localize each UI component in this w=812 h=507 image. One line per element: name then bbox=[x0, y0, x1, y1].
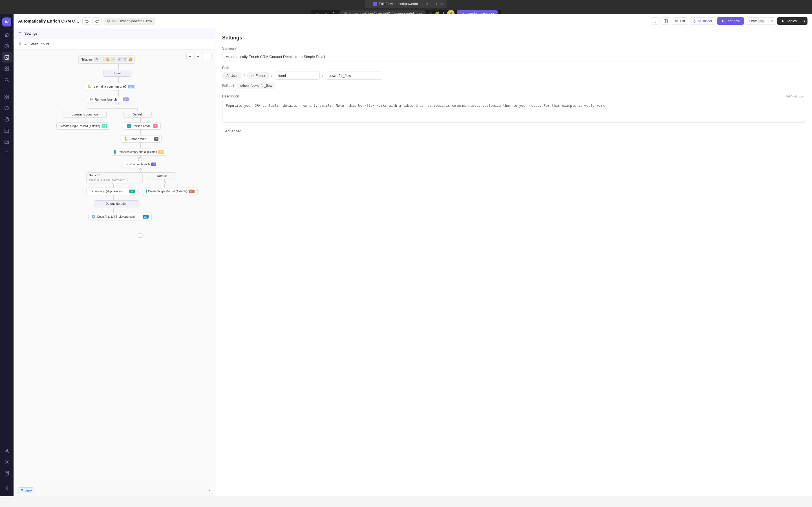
diff-button[interactable]: Diff bbox=[672, 17, 688, 25]
settings-title: Settings bbox=[222, 35, 805, 41]
tab-title: Edit Flow u/henri/powerful_flo... bbox=[379, 2, 424, 6]
node-is-email[interactable]: 🐍 Is email a common one? ao bbox=[84, 83, 135, 90]
advanced-toggle[interactable]: › Advanced bbox=[222, 129, 805, 133]
left-panel: Settings All Static Inputs + − ⛶ bbox=[13, 28, 215, 496]
path-sep-1: / bbox=[244, 73, 245, 78]
sidebar-item-users[interactable] bbox=[2, 446, 12, 456]
trigger-schedule-icon: ⏱ bbox=[94, 57, 99, 62]
node-default-1[interactable]: Default bbox=[123, 111, 152, 118]
deploy-dropdown-button[interactable]: ▾ bbox=[801, 17, 808, 25]
node-run-branch-1[interactable]: Run one branch ap bbox=[87, 96, 132, 103]
path-field-group: Path User / Folder / / bbox=[222, 66, 805, 89]
path-sep-3: / bbox=[322, 73, 323, 78]
for-loop-badge: ac bbox=[130, 189, 135, 193]
full-path-label: Full path bbox=[222, 83, 235, 88]
summary-input[interactable] bbox=[222, 52, 805, 61]
node-domain-common[interactable]: domain is common bbox=[63, 111, 107, 118]
trigger-loop-icon: 🔁 bbox=[105, 57, 110, 62]
flow-canvas[interactable]: + − ⛶ bbox=[13, 50, 215, 484]
trigger-shuffle-icon: 🔀 bbox=[128, 57, 133, 62]
node-do-one-iter[interactable]: Do one iteration bbox=[94, 200, 139, 207]
sidebar-item-folders[interactable] bbox=[2, 137, 12, 147]
input-label: Input bbox=[114, 71, 121, 75]
node-parses-email[interactable]: Parses email a bbox=[124, 122, 161, 129]
run-branch-1-badge: ap bbox=[123, 98, 129, 101]
folder-input[interactable] bbox=[274, 71, 320, 80]
node-input[interactable]: Input bbox=[103, 70, 132, 76]
zoom-out-button[interactable]: − bbox=[195, 53, 202, 60]
sidebar-collapse-button[interactable] bbox=[2, 483, 12, 493]
test-flow-button[interactable]: Test flow bbox=[717, 17, 744, 25]
parses-email-badge: a bbox=[153, 124, 158, 128]
zoom-in-button[interactable]: + bbox=[186, 53, 194, 60]
book-button[interactable] bbox=[661, 17, 670, 25]
node-for-loop[interactable]: For loop (skip failures) ac bbox=[86, 187, 139, 195]
path-value: u/henri/powerful_flow bbox=[120, 19, 152, 23]
bottom-bar: ⚙ deno × bbox=[13, 484, 215, 496]
static-inputs-icon bbox=[18, 42, 22, 47]
description-header: Description GH Markdown bbox=[222, 94, 805, 98]
node-triggers[interactable]: Triggers ⏱ 📄 🔁 ⚡ 🔗 📋 🔀 bbox=[79, 55, 135, 64]
full-path-row: Full path u/henri/powerful_flow bbox=[222, 82, 805, 89]
sidebar-item-apps[interactable] bbox=[2, 64, 12, 74]
svg-point-14 bbox=[6, 449, 8, 451]
draft-button[interactable]: Draft ⌘S bbox=[746, 17, 769, 25]
svg-marker-43 bbox=[163, 181, 166, 185]
removes-empty-badge: ak bbox=[158, 150, 164, 154]
sidebar-item-schedules[interactable] bbox=[2, 126, 12, 136]
sidebar-item-settings[interactable] bbox=[2, 457, 12, 467]
flow-name-input[interactable] bbox=[326, 71, 382, 80]
chevron-down-icon bbox=[440, 2, 444, 6]
sidebar-item-dashboard[interactable] bbox=[2, 92, 12, 102]
svg-rect-4 bbox=[7, 67, 9, 68]
folder-chip-label: Folder bbox=[256, 74, 265, 78]
trigger-icons: ⏱ 📄 🔁 ⚡ 🔗 📋 🔀 bbox=[94, 57, 133, 62]
svg-point-45 bbox=[138, 233, 142, 238]
deploy-button[interactable]: Deploy bbox=[777, 17, 801, 25]
node-removes-empty[interactable]: Removes empty and duplicates ak bbox=[111, 148, 167, 156]
user-chip-icon bbox=[226, 74, 229, 77]
node-default-2[interactable]: Default bbox=[148, 172, 176, 179]
is-email-badge: ao bbox=[128, 85, 134, 89]
removes-icon bbox=[114, 150, 116, 154]
svg-rect-8 bbox=[5, 95, 6, 96]
sidebar-item-flows[interactable] bbox=[2, 41, 12, 51]
redo-button[interactable] bbox=[93, 17, 101, 25]
undo-button[interactable] bbox=[82, 17, 91, 25]
node-create-single-2[interactable]: Create Single Record (Airtable) an bbox=[143, 187, 198, 195]
settings-panel-item[interactable]: Settings bbox=[13, 28, 215, 39]
node-open-ai[interactable]: ⚙️ Open AI to tell if relevant result ae bbox=[88, 213, 152, 220]
ai-builder-button[interactable]: AI Builder bbox=[690, 17, 715, 25]
close-bottom-bar-button[interactable]: × bbox=[208, 488, 211, 493]
is-email-icon: 🐍 bbox=[87, 84, 91, 89]
active-tab[interactable]: Edit Flow u/henri/powerful_flo... × bbox=[368, 0, 433, 8]
deno-label: deno bbox=[25, 489, 32, 492]
canvas-controls: + − ⛶ bbox=[186, 53, 212, 60]
description-textarea[interactable]: Populate your CRM contacts' details from… bbox=[222, 100, 805, 122]
more-options-button[interactable]: ⋮ bbox=[651, 17, 659, 25]
for-loop-icon bbox=[89, 189, 93, 193]
is-email-label: Is email a common one? bbox=[93, 85, 126, 88]
sidebar-item-logs[interactable] bbox=[2, 148, 12, 158]
trigger-event-icon: ⚡ bbox=[111, 57, 116, 62]
summary-label: Summary bbox=[222, 47, 805, 50]
svg-point-46 bbox=[227, 74, 229, 76]
bottom-input[interactable] bbox=[36, 488, 206, 492]
node-scrape-web[interactable]: 🐍 Scrape Web c bbox=[121, 135, 161, 143]
expand-button[interactable]: ⛶ bbox=[203, 53, 212, 60]
user-chip[interactable]: User bbox=[222, 72, 241, 79]
all-static-inputs-item[interactable]: All Static Inputs bbox=[13, 39, 215, 50]
sidebar-item-variables[interactable] bbox=[2, 114, 12, 124]
node-create-single-1[interactable]: Create Single Record (Airtable) aq bbox=[56, 122, 110, 129]
airtable-icon-2 bbox=[146, 189, 147, 193]
new-tab-button[interactable]: + bbox=[435, 1, 438, 6]
draft-dropdown-button[interactable]: ▾ bbox=[769, 17, 775, 25]
sidebar-item-audit[interactable] bbox=[2, 468, 12, 478]
sidebar-item-scripts[interactable] bbox=[2, 52, 12, 62]
tab-close-icon[interactable]: × bbox=[426, 2, 428, 6]
sidebar-item-resources[interactable] bbox=[2, 103, 12, 113]
node-run-branch-2[interactable]: Run one branch al bbox=[123, 161, 159, 168]
node-branch-1[interactable]: Branch 1 results.c.some((x)=>x!="") bbox=[86, 172, 143, 183]
sidebar-item-search[interactable] bbox=[2, 75, 12, 85]
sidebar-item-home[interactable] bbox=[2, 30, 12, 40]
